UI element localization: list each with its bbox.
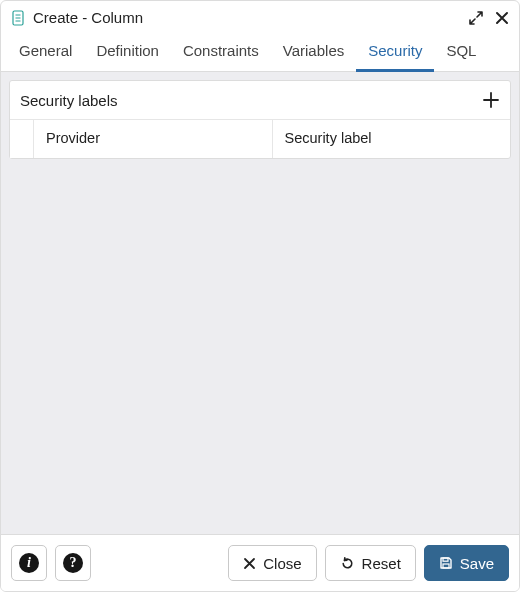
panel-header: Security labels [10, 81, 510, 120]
save-icon [439, 556, 453, 570]
svg-rect-5 [443, 564, 449, 568]
x-icon [243, 557, 256, 570]
security-labels-table: Provider Security label [10, 120, 510, 158]
tab-constraints[interactable]: Constraints [171, 32, 271, 72]
tab-general[interactable]: General [7, 32, 84, 72]
close-button-label: Close [263, 555, 301, 572]
plus-icon [482, 91, 500, 109]
dialog-title: Create - Column [33, 9, 461, 26]
panel-title: Security labels [20, 92, 118, 109]
help-button[interactable]: ? [55, 545, 91, 581]
add-row-button[interactable] [482, 91, 500, 109]
table-header: Provider Security label [34, 120, 510, 158]
titlebar: Create - Column [1, 1, 519, 32]
reset-button-label: Reset [362, 555, 401, 572]
titlebar-actions [469, 11, 509, 25]
tab-security[interactable]: Security [356, 32, 434, 72]
security-labels-panel: Security labels Provider Security label [9, 80, 511, 159]
help-icon: ? [63, 553, 83, 573]
row-handle-column [10, 120, 34, 158]
reset-icon [340, 556, 355, 571]
save-button[interactable]: Save [424, 545, 509, 581]
column-header-security-label: Security label [273, 120, 511, 158]
tab-sql[interactable]: SQL [434, 32, 488, 72]
tab-definition[interactable]: Definition [84, 32, 171, 72]
info-icon: i [19, 553, 39, 573]
save-button-label: Save [460, 555, 494, 572]
close-icon[interactable] [495, 11, 509, 25]
svg-rect-4 [443, 558, 448, 561]
tab-variables[interactable]: Variables [271, 32, 356, 72]
expand-icon[interactable] [469, 11, 483, 25]
dialog-footer: i ? Close Reset Save [1, 534, 519, 591]
create-column-dialog: Create - Column General Definition Const… [0, 0, 520, 592]
content-area: Security labels Provider Security label [1, 72, 519, 534]
column-header-provider: Provider [34, 120, 273, 158]
column-icon [11, 10, 25, 26]
tab-bar: General Definition Constraints Variables… [1, 32, 519, 72]
close-button[interactable]: Close [228, 545, 316, 581]
info-button[interactable]: i [11, 545, 47, 581]
reset-button[interactable]: Reset [325, 545, 416, 581]
